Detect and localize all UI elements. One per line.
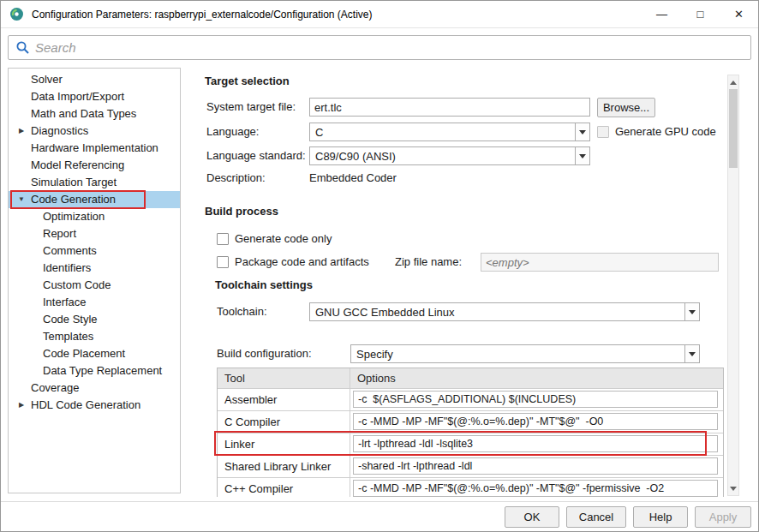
- sidebar-item-hdl-code-generation[interactable]: ▶HDL Code Generation: [9, 397, 180, 414]
- sidebar-item-data-type-replacement[interactable]: Data Type Replacement: [9, 362, 180, 380]
- caret-down-icon: [575, 123, 589, 140]
- table-row-cpp-compiler[interactable]: C++ Compiler: [218, 478, 723, 497]
- generate-code-only-label: Generate code only: [235, 230, 332, 248]
- sidebar-item-solver[interactable]: Solver: [9, 71, 180, 88]
- apply-button: Apply: [695, 506, 751, 528]
- sidebar-item-code-style[interactable]: Code Style: [9, 311, 180, 328]
- close-icon[interactable]: ✕: [720, 1, 758, 27]
- tool-column-header: Tool: [218, 368, 350, 388]
- assembler-options-input[interactable]: [353, 391, 718, 408]
- c-compiler-options-input[interactable]: [353, 413, 718, 430]
- toolchain-label: Toolchain:: [217, 302, 267, 321]
- window-controls: — □ ✕: [642, 1, 758, 27]
- search-bar: [8, 35, 751, 60]
- scrollbar-thumb[interactable]: [729, 89, 738, 168]
- sidebar-item-model-referencing[interactable]: Model Referencing: [9, 157, 180, 174]
- sidebar-item-custom-code[interactable]: Custom Code: [9, 277, 180, 294]
- browse-button[interactable]: Browse...: [597, 98, 655, 117]
- system-target-file-input[interactable]: [310, 99, 589, 116]
- system-target-file-field-wrap: [309, 98, 590, 117]
- toolchain-options-table: Tool Options Assembler C Compiler Linker…: [217, 368, 724, 497]
- help-button[interactable]: Help: [633, 506, 688, 528]
- sidebar-item-coverage[interactable]: Coverage: [9, 380, 180, 397]
- footer-divider: [1, 501, 759, 502]
- package-code-checkbox[interactable]: [217, 256, 229, 268]
- sidebar-item-code-generation[interactable]: ▼ Code Generation: [9, 191, 180, 208]
- sidebar-item-data-import-export[interactable]: Data Import/Export: [9, 88, 180, 105]
- toolchain-settings-heading: Toolchain settings: [215, 278, 313, 292]
- title-bar: Configuration Parameters: raspberrypi_ex…: [1, 1, 758, 28]
- scroll-down-icon[interactable]: [728, 483, 738, 493]
- table-row-c-compiler[interactable]: C Compiler: [218, 411, 723, 433]
- sidebar-item-simulation-target[interactable]: Simulation Target: [9, 174, 180, 191]
- search-input[interactable]: [35, 36, 750, 59]
- language-standard-label: Language standard:: [206, 146, 306, 165]
- caret-down-icon: [575, 147, 589, 164]
- description-label: Description:: [206, 169, 266, 188]
- table-header-row: Tool Options: [218, 368, 723, 389]
- build-configuration-select[interactable]: Specify: [350, 344, 700, 363]
- language-standard-select[interactable]: C89/C90 (ANSI): [309, 146, 590, 165]
- sidebar-item-optimization[interactable]: Optimization: [9, 208, 180, 225]
- table-row-shared-library-linker[interactable]: Shared Library Linker: [218, 456, 723, 478]
- linker-options-input[interactable]: [353, 435, 718, 452]
- search-icon: [15, 40, 30, 55]
- language-label: Language:: [206, 123, 259, 141]
- sidebar-item-code-placement[interactable]: Code Placement: [9, 345, 180, 362]
- zip-file-name-input: [481, 254, 718, 271]
- sidebar-item-comments[interactable]: Comments: [9, 242, 180, 260]
- generate-gpu-label: Generate GPU code: [615, 123, 716, 141]
- description-value: Embedded Coder: [309, 169, 397, 188]
- window-title: Configuration Parameters: raspberrypi_ex…: [32, 9, 373, 21]
- sidebar-item-diagnostics[interactable]: ▶Diagnostics: [9, 123, 180, 140]
- chevron-right-icon[interactable]: ▶: [15, 123, 27, 140]
- sidebar-item-interface[interactable]: Interface: [9, 294, 180, 311]
- maximize-icon[interactable]: □: [681, 1, 720, 27]
- cpp-compiler-options-input[interactable]: [353, 480, 718, 497]
- chevron-down-icon[interactable]: ▼: [15, 191, 27, 208]
- scroll-up-icon[interactable]: [728, 77, 738, 87]
- build-configuration-label: Build configuration:: [217, 344, 312, 363]
- sidebar-item-math-and-data-types[interactable]: Math and Data Types: [9, 105, 180, 123]
- generate-gpu-checkbox: [597, 126, 609, 138]
- zip-file-name-label: Zip file name:: [395, 253, 462, 272]
- toolchain-select[interactable]: GNU GCC Embedded Linux: [309, 302, 700, 321]
- chevron-right-icon[interactable]: ▶: [15, 397, 27, 414]
- ok-button[interactable]: OK: [505, 506, 559, 528]
- sidebar-item-identifiers[interactable]: Identifiers: [9, 260, 180, 277]
- minimize-icon[interactable]: —: [642, 1, 681, 27]
- build-process-heading: Build process: [205, 205, 278, 218]
- generate-code-only-checkbox[interactable]: [217, 233, 229, 245]
- cancel-button[interactable]: Cancel: [566, 506, 626, 528]
- app-icon: [9, 7, 24, 21]
- target-selection-heading: Target selection: [205, 75, 290, 88]
- vertical-scrollbar[interactable]: [727, 75, 739, 496]
- caret-down-icon: [684, 345, 699, 362]
- package-code-label: Package code and artifacts: [235, 253, 369, 272]
- language-select[interactable]: C: [309, 123, 590, 141]
- sidebar-item-report[interactable]: Report: [9, 225, 180, 242]
- caret-down-icon: [684, 303, 699, 320]
- options-column-header: Options: [350, 368, 723, 388]
- main-panel: Target selection System target file: Bro…: [196, 73, 724, 497]
- shared-library-linker-options-input[interactable]: [353, 457, 718, 475]
- table-row-assembler[interactable]: Assembler: [218, 389, 723, 411]
- sidebar-item-templates[interactable]: Templates: [9, 328, 180, 345]
- zip-file-name-field-wrap: [481, 253, 719, 272]
- system-target-file-label: System target file:: [206, 98, 296, 117]
- sidebar-item-hardware-implementation[interactable]: Hardware Implementation: [9, 140, 180, 157]
- table-row-linker[interactable]: Linker: [218, 433, 723, 456]
- sidebar-tree: Solver Data Import/Export Math and Data …: [8, 68, 181, 493]
